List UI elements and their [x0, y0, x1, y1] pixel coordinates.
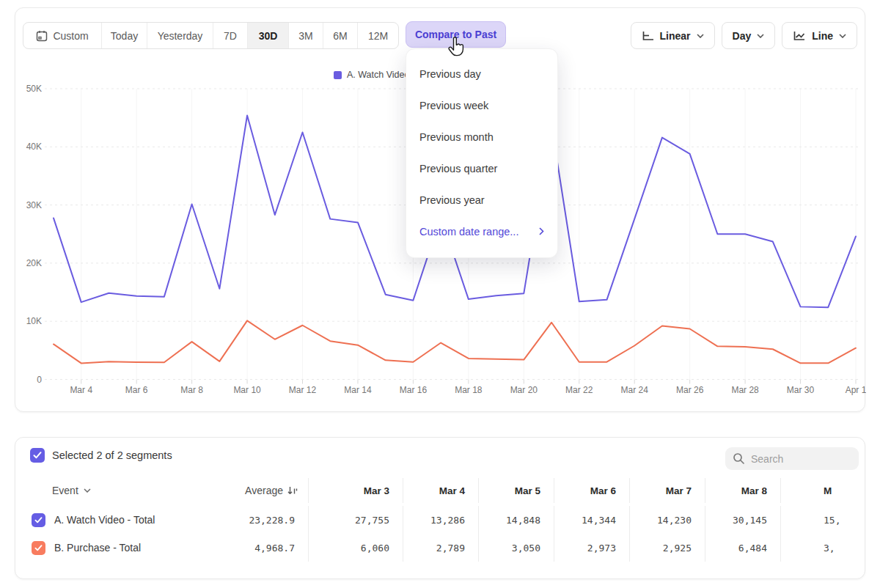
- x-tick-label: Mar 6: [125, 385, 148, 395]
- y-tick-label: 30K: [26, 200, 42, 210]
- x-tick-label: Mar 28: [731, 385, 759, 395]
- purchase-row: B. Purchase - Total: [30, 534, 224, 562]
- menu-item-previous-quarter[interactable]: Previous quarter: [406, 152, 557, 184]
- x-tick-label: Mar 4: [70, 385, 92, 395]
- series-b-line: [54, 320, 856, 363]
- average-cell: 4,968.7: [224, 534, 309, 562]
- segments-panel: Selected 2 of 2 segments EventAverageMar…: [15, 437, 865, 579]
- x-tick-label: Mar 16: [400, 385, 428, 395]
- value-cell: 6,060: [309, 534, 403, 562]
- compare-to-past-button[interactable]: Compare to Past: [406, 21, 506, 48]
- average-column-header[interactable]: Average: [224, 478, 309, 503]
- value-cell: 13,286: [403, 506, 479, 534]
- day-column-header: Mar 6: [554, 478, 630, 503]
- purchase-row-checkbox[interactable]: [32, 541, 45, 555]
- value-cell: 3,050: [479, 534, 554, 562]
- average-cell: 23,228.9: [224, 506, 309, 534]
- watch-video-row-label: A. Watch Video - Total: [54, 514, 155, 526]
- y-tick-label: 50K: [26, 84, 42, 94]
- x-tick-label: Mar 22: [565, 385, 593, 395]
- value-cell: 6,484: [705, 534, 781, 562]
- day-column-header: Mar 3: [309, 478, 403, 503]
- day-column-header: Mar 7: [630, 478, 705, 503]
- menu-item-previous-month[interactable]: Previous month: [406, 121, 557, 152]
- day-column-header: Mar 4: [403, 478, 479, 503]
- value-cell: 2,973: [554, 534, 630, 562]
- x-tick-label: Mar 14: [344, 385, 372, 395]
- value-cell: 2,789: [403, 534, 479, 562]
- x-tick-label: Mar 18: [455, 385, 483, 395]
- x-tick-label: Mar 10: [233, 385, 261, 395]
- y-tick-label: 20K: [26, 258, 42, 268]
- custom-date-range-label: Custom date range...: [419, 226, 518, 238]
- value-cell: 14,848: [479, 506, 554, 534]
- check-icon: [34, 545, 43, 551]
- purchase-row-label: B. Purchase - Total: [54, 542, 141, 554]
- search-icon: [733, 452, 745, 465]
- select-all-checkbox[interactable]: [30, 448, 45, 463]
- value-cell: 14,344: [554, 506, 630, 534]
- x-tick-label: Mar 30: [787, 385, 815, 395]
- x-tick-label: Mar 20: [510, 385, 538, 395]
- event-header-label: Event: [52, 485, 78, 496]
- y-tick-label: 10K: [26, 316, 42, 326]
- chevron-right-icon: [539, 227, 544, 235]
- segments-selection-row: Selected 2 of 2 segments: [30, 448, 172, 463]
- chevron-down-icon: [84, 488, 91, 493]
- sort-descending-icon: [287, 486, 298, 496]
- clipped-day-column-header: M: [781, 478, 866, 503]
- menu-item-custom-date-range[interactable]: Custom date range...: [406, 216, 557, 247]
- x-tick-label: Mar 26: [676, 385, 704, 395]
- compare-to-past-menu: Previous dayPrevious weekPrevious monthP…: [406, 48, 558, 258]
- y-tick-label: 40K: [26, 142, 42, 152]
- x-tick-label: Apr 1: [846, 385, 866, 395]
- value-cell: 30,145: [705, 506, 781, 534]
- x-tick-label: Mar 12: [289, 385, 317, 395]
- value-cell: 14,230: [630, 506, 705, 534]
- average-header-label: Average: [245, 485, 283, 496]
- check-icon: [34, 517, 43, 523]
- x-tick-label: Mar 8: [180, 385, 203, 395]
- segments-table: EventAverageMar 3Mar 4Mar 5Mar 6Mar 7Mar…: [30, 478, 866, 562]
- menu-item-previous-year[interactable]: Previous year: [406, 184, 557, 216]
- search-input[interactable]: [751, 453, 846, 465]
- menu-item-previous-week[interactable]: Previous week: [406, 89, 557, 121]
- clipped-value-cell: 15,: [781, 506, 866, 534]
- clipped-value-cell: 3,: [781, 534, 866, 562]
- value-cell: 27,755: [309, 506, 403, 534]
- check-icon: [33, 452, 42, 459]
- x-tick-label: Mar 24: [621, 385, 649, 395]
- day-column-header: Mar 5: [479, 478, 554, 503]
- search-box[interactable]: [725, 447, 859, 470]
- event-column-header[interactable]: Event: [30, 478, 224, 503]
- menu-item-previous-day[interactable]: Previous day: [406, 58, 557, 89]
- selected-segments-label: Selected 2 of 2 segments: [52, 449, 172, 461]
- watch-video-row: A. Watch Video - Total: [30, 506, 224, 534]
- y-tick-label: 0: [37, 375, 42, 385]
- value-cell: 2,925: [630, 534, 705, 562]
- watch-video-row-checkbox[interactable]: [32, 513, 45, 527]
- series-a-swatch: [334, 71, 342, 79]
- day-column-header: Mar 8: [705, 478, 781, 503]
